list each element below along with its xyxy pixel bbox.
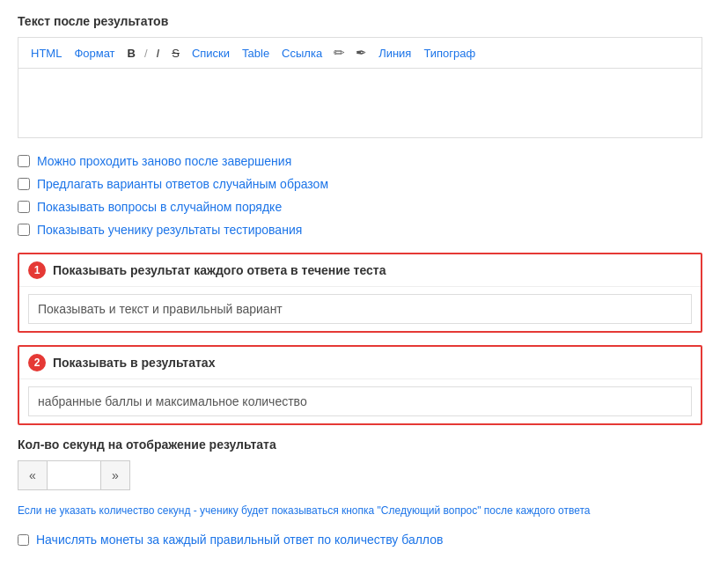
checkbox-show-results[interactable] <box>18 224 30 236</box>
checkbox-random-answers-label[interactable]: Предлагать варианты ответов случайным об… <box>37 177 328 191</box>
checkbox-earn-coins-label[interactable]: Начислять монеты за каждый правильный от… <box>36 533 443 547</box>
numbered-section-1: 1 Показывать результат каждого ответа в … <box>18 253 702 333</box>
number-badge-1: 1 <box>28 261 46 279</box>
section-title: Текст после результатов <box>18 14 702 28</box>
toolbar-link[interactable]: Ссылка <box>278 45 326 62</box>
checkbox-row-3: Показывать вопросы в случайном порядке <box>18 200 702 214</box>
checkbox-earn-coins[interactable] <box>18 534 29 546</box>
numbered-section-2-dropdown-area: набранные баллы и максимальное количеств… <box>19 379 701 423</box>
toolbar-pen-icon[interactable]: ✒ <box>353 43 370 62</box>
kol-title: Кол-во секунд на отображение результата <box>18 437 702 452</box>
toolbar-format[interactable]: Формат <box>70 45 118 62</box>
checkbox-random-questions-label[interactable]: Показывать вопросы в случайном порядке <box>37 200 282 214</box>
toolbar-lists[interactable]: Списки <box>188 45 233 62</box>
toolbar-bold[interactable]: B <box>124 45 139 62</box>
stepper-decrease-btn[interactable]: « <box>18 460 48 490</box>
checkbox-retake-label[interactable]: Можно проходить заново после завершения <box>37 154 291 168</box>
checkbox-show-results-label[interactable]: Показывать ученику результаты тестирован… <box>37 223 302 237</box>
number-badge-2: 2 <box>28 354 46 371</box>
checkbox-retake[interactable] <box>18 155 30 167</box>
stepper-row: « » <box>18 460 702 490</box>
stepper-input[interactable] <box>48 460 100 490</box>
numbered-section-2-header: 2 Показывать в результатах <box>19 347 701 379</box>
numbered-section-2-title: Показывать в результатах <box>53 356 215 370</box>
checkbox-random-answers[interactable] <box>18 178 30 190</box>
toolbar-italic[interactable]: I <box>153 45 164 62</box>
toolbar-line[interactable]: Линия <box>375 45 415 62</box>
toolbar-sep1: / <box>144 47 148 60</box>
stepper-increase-btn[interactable]: » <box>100 460 130 490</box>
toolbar-html[interactable]: HTML <box>27 45 65 62</box>
info-text: Если не указать количество секунд - учен… <box>18 503 702 518</box>
numbered-section-1-header: 1 Показывать результат каждого ответа в … <box>19 254 701 287</box>
numbered-section-1-title: Показывать результат каждого ответа в те… <box>53 263 386 277</box>
numbered-section-2: 2 Показывать в результатах набранные бал… <box>18 345 702 425</box>
checkbox-random-questions[interactable] <box>18 201 30 213</box>
bottom-checkbox-row: Начислять монеты за каждый правильный от… <box>18 533 702 547</box>
show-in-results-select[interactable]: набранные баллы и максимальное количеств… <box>28 386 692 416</box>
text-editor-area[interactable] <box>18 68 702 138</box>
numbered-section-1-dropdown-area: Показывать и текст и правильный вариант … <box>19 287 701 331</box>
checkbox-row-4: Показывать ученику результаты тестирован… <box>18 223 702 237</box>
show-answer-result-select[interactable]: Показывать и текст и правильный вариант … <box>28 294 692 324</box>
toolbar-pencil-icon[interactable]: ✏ <box>331 43 348 62</box>
toolbar-strike[interactable]: S <box>168 45 183 62</box>
editor-toolbar: HTML Формат B / I S Списки Table Ссылка … <box>18 37 702 68</box>
toolbar-typograph[interactable]: Типограф <box>420 45 479 62</box>
kol-section: Кол-во секунд на отображение результата … <box>18 437 702 490</box>
checkbox-row-1: Можно проходить заново после завершения <box>18 154 702 168</box>
checkbox-group: Можно проходить заново после завершения … <box>18 154 702 237</box>
checkbox-row-2: Предлагать варианты ответов случайным об… <box>18 177 702 191</box>
toolbar-table[interactable]: Table <box>239 45 273 62</box>
